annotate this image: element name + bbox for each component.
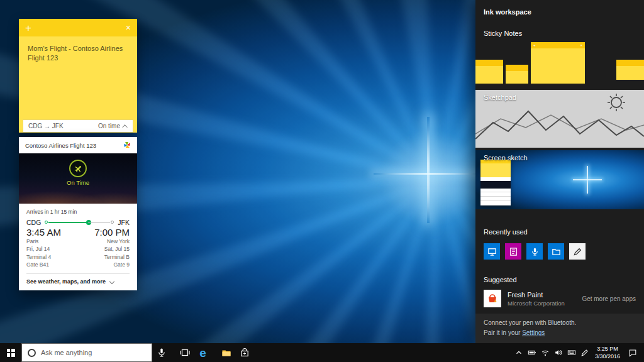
clock-date: 3/30/2016 <box>591 353 624 360</box>
speaker-icon <box>554 348 563 357</box>
see-more-link[interactable]: See weather, maps, and more <box>26 273 130 290</box>
search-box[interactable]: Ask me anything <box>21 343 152 362</box>
sticky-notes-preview[interactable]: +× <box>475 42 644 84</box>
folder-icon <box>221 348 231 358</box>
battery-icon <box>528 348 536 357</box>
store-bag-icon <box>240 348 250 358</box>
volume-control[interactable] <box>552 343 565 362</box>
pairing-line1: Connect your pen with Bluetooth. <box>484 318 636 328</box>
get-more-pen-apps-link[interactable]: Get more pen apps <box>582 295 636 302</box>
flight-insight-bar[interactable]: CDG → JFK On time <box>23 119 133 133</box>
taskbar-clock[interactable]: 3:25 PM 3/30/2016 <box>591 345 624 360</box>
departure-time: 3:45 AM <box>26 227 61 238</box>
pen-app-tile[interactable] <box>569 243 586 260</box>
sketchpad-section-label: Sketchpad <box>484 94 516 101</box>
route-progress-line <box>45 219 114 226</box>
flight-details: Arrives in 1 hr 15 min CDG JFK 3:45 AM 7… <box>19 204 137 290</box>
flight-status-image: On Time <box>19 153 137 204</box>
edge-icon: e <box>199 347 206 359</box>
arrival-time: 7:00 PM <box>94 227 130 238</box>
network-status[interactable] <box>538 343 552 362</box>
microphone-button[interactable] <box>152 343 170 362</box>
plane-icon <box>69 160 87 177</box>
destination-terminal: Terminal B <box>104 253 130 261</box>
wallpaper-window-vertical-beam <box>427 117 430 223</box>
collapse-chevron-icon[interactable] <box>122 124 127 129</box>
windows-logo-icon <box>7 349 15 357</box>
close-note-icon[interactable]: × <box>126 23 131 32</box>
action-center-button[interactable] <box>624 343 641 362</box>
mini-wallpaper-beam <box>573 179 602 180</box>
sticky-note-text[interactable]: Mom's Flight - Contoso Airlines Flight 1… <box>19 36 137 119</box>
pen-icon <box>573 247 582 256</box>
file-explorer-button[interactable] <box>217 343 235 362</box>
sticky-notes-section-label: Sticky Notes <box>475 30 644 37</box>
flight-card-title: Contoso Airlines Flight 123 <box>25 142 96 149</box>
origin-gate: Gate B41 <box>26 261 49 268</box>
folder-icon <box>552 247 561 256</box>
recently-used-apps <box>475 236 644 260</box>
insight-status: On time <box>98 123 120 129</box>
microphone-icon <box>157 348 167 358</box>
sticky-note-flyout: + × Mom's Flight - Contoso Airlines Flig… <box>19 19 137 290</box>
sticky-note: + × Mom's Flight - Contoso Airlines Flig… <box>19 19 137 133</box>
mini-desktop-note-thumbnail <box>480 160 511 206</box>
ontime-label: On Time <box>67 179 89 186</box>
keyboard-icon <box>567 348 576 357</box>
clock-time: 3:25 PM <box>591 345 624 353</box>
voice-app-tile[interactable] <box>526 243 543 260</box>
destination-code: JFK <box>118 219 130 226</box>
add-note-icon[interactable]: + <box>25 23 31 33</box>
pen-settings-button[interactable] <box>578 343 591 362</box>
destination-gate: Gate 9 <box>113 261 130 268</box>
wallpaper-glow <box>380 130 483 226</box>
task-view-button[interactable] <box>175 343 194 362</box>
notes-app-tile[interactable] <box>505 243 521 260</box>
taskbar: Ask me anything e 3: <box>0 343 644 362</box>
action-center-icon <box>628 348 637 357</box>
start-button[interactable] <box>0 343 21 362</box>
whiteboard-app-tile[interactable] <box>484 243 500 260</box>
show-hidden-icons-button[interactable] <box>512 343 525 362</box>
insight-route: CDG → JFK <box>28 123 64 129</box>
battery-status[interactable] <box>525 343 538 362</box>
system-tray: 3:25 PM 3/30/2016 <box>512 343 644 362</box>
suggested-app-row[interactable]: Fresh Paint Microsoft Corporation Get mo… <box>475 283 644 307</box>
cortana-icon <box>28 349 36 357</box>
flight-info-card: Contoso Airlines Flight 123 On Time <box>19 137 137 290</box>
city-skyline <box>19 184 137 204</box>
departure-date: Fri, Jul 14 <box>26 245 50 253</box>
insight-pinwheel-icon <box>123 141 131 149</box>
ink-workspace-panel: Ink workspace Sticky Notes +× <box>475 0 644 343</box>
panel-title: Ink workspace <box>475 0 644 16</box>
origin-city: Paris <box>26 238 38 245</box>
destination-city: New York <box>107 238 130 245</box>
recently-used-section-label: Recently used <box>475 228 644 236</box>
touch-keyboard-button[interactable] <box>565 343 578 362</box>
store-button[interactable] <box>235 343 253 362</box>
sketchpad-preview[interactable]: Sketchpad <box>475 90 644 148</box>
desktop: + × Mom's Flight - Contoso Airlines Flig… <box>0 0 644 343</box>
mini-sticky-note <box>475 60 503 84</box>
wifi-icon <box>541 348 550 357</box>
screen-sketch-section-label: Screen sketch <box>484 154 528 162</box>
origin-code: CDG <box>26 219 41 226</box>
suggested-app-name: Fresh Paint <box>508 291 565 299</box>
arrival-countdown: Arrives in 1 hr 15 min <box>26 209 130 215</box>
paint-bucket-icon <box>487 293 498 304</box>
whiteboard-icon <box>487 247 497 256</box>
wallpaper-window-horizontal-beam <box>374 173 483 175</box>
edge-browser-button[interactable]: e <box>194 343 212 362</box>
settings-link[interactable]: Settings <box>522 329 545 336</box>
suggested-section-label: Suggested <box>475 276 644 283</box>
screen-sketch-preview[interactable]: Screen sketch <box>475 150 644 209</box>
mic-icon <box>530 247 540 256</box>
pen-icon <box>580 348 589 357</box>
arrival-date: Sat, Jul 15 <box>104 245 130 253</box>
mini-sticky-note <box>616 60 644 80</box>
pen-pairing-footer: Connect your pen with Bluetooth. Pair it… <box>475 314 644 343</box>
documents-app-tile[interactable] <box>548 243 564 260</box>
search-placeholder: Ask me anything <box>41 349 92 356</box>
mini-sticky-note <box>506 65 528 84</box>
ontime-badge: On Time <box>19 160 137 186</box>
